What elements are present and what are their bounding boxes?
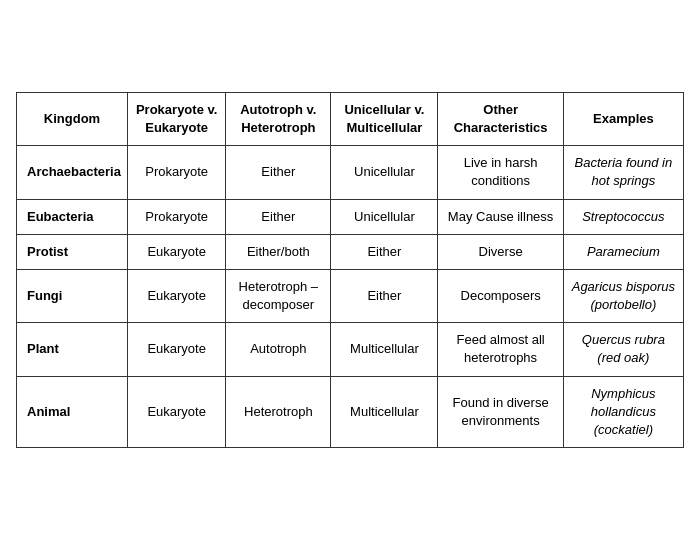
col-header-examples: Examples [563,92,683,145]
cell-autotroph-3: Heterotroph – decomposer [226,269,331,322]
col-header-other: Other Characteristics [438,92,563,145]
cell-unicellular-5: Multicellular [331,376,438,448]
cell-examples-1: Streptococcus [563,199,683,234]
cell-kingdom-0: Archaebacteria [17,146,128,199]
cell-other-3: Decomposers [438,269,563,322]
cell-examples-5: Nymphicus hollandicus (cockatiel) [563,376,683,448]
table-row: FungiEukaryoteHeterotroph – decomposerEi… [17,269,684,322]
table-row: ArchaebacteriaProkaryoteEitherUnicellula… [17,146,684,199]
cell-prokaryote-2: Eukaryote [127,234,225,269]
cell-examples-4: Quercus rubra (red oak) [563,323,683,376]
col-header-kingdom: Kingdom [17,92,128,145]
cell-prokaryote-4: Eukaryote [127,323,225,376]
cell-prokaryote-0: Prokaryote [127,146,225,199]
cell-examples-3: Agaricus bisporus (portobello) [563,269,683,322]
cell-other-1: May Cause illness [438,199,563,234]
table-row: EubacteriaProkaryoteEitherUnicellularMay… [17,199,684,234]
cell-unicellular-1: Unicellular [331,199,438,234]
cell-prokaryote-1: Prokaryote [127,199,225,234]
header-row: Kingdom Prokaryote v. Eukaryote Autotrop… [17,92,684,145]
cell-kingdom-3: Fungi [17,269,128,322]
table-row: AnimalEukaryoteHeterotrophMulticellularF… [17,376,684,448]
cell-autotroph-4: Autotroph [226,323,331,376]
cell-prokaryote-5: Eukaryote [127,376,225,448]
cell-unicellular-0: Unicellular [331,146,438,199]
cell-kingdom-4: Plant [17,323,128,376]
col-header-autotroph: Autotroph v. Heterotroph [226,92,331,145]
cell-other-0: Live in harsh conditions [438,146,563,199]
col-header-prokaryote: Prokaryote v. Eukaryote [127,92,225,145]
cell-other-4: Feed almost all heterotrophs [438,323,563,376]
col-header-unicellular: Unicellular v. Multicellular [331,92,438,145]
table-row: ProtistEukaryoteEither/bothEitherDiverse… [17,234,684,269]
cell-examples-2: Paramecium [563,234,683,269]
cell-autotroph-2: Either/both [226,234,331,269]
cell-other-5: Found in diverse environments [438,376,563,448]
cell-unicellular-3: Either [331,269,438,322]
cell-prokaryote-3: Eukaryote [127,269,225,322]
cell-unicellular-2: Either [331,234,438,269]
cell-kingdom-2: Protist [17,234,128,269]
kingdoms-table: Kingdom Prokaryote v. Eukaryote Autotrop… [16,92,684,448]
cell-unicellular-4: Multicellular [331,323,438,376]
cell-examples-0: Bacteria found in hot springs [563,146,683,199]
cell-autotroph-5: Heterotroph [226,376,331,448]
cell-autotroph-1: Either [226,199,331,234]
cell-other-2: Diverse [438,234,563,269]
table-row: PlantEukaryoteAutotrophMulticellularFeed… [17,323,684,376]
cell-kingdom-1: Eubacteria [17,199,128,234]
cell-autotroph-0: Either [226,146,331,199]
cell-kingdom-5: Animal [17,376,128,448]
